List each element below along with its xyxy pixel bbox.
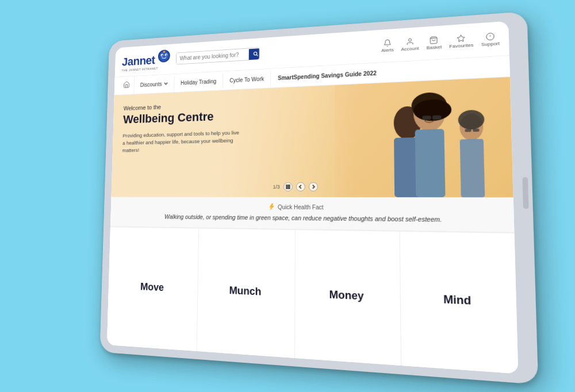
chevron-down-icon	[164, 82, 168, 86]
tablet-frame: Jannet THE JAN	[63, 18, 512, 374]
basket-nav-item[interactable]: Basket	[426, 35, 442, 50]
hero-pagination: 1/3	[273, 182, 317, 191]
svg-marker-12	[457, 34, 465, 41]
svg-rect-24	[432, 116, 442, 120]
svg-rect-23	[422, 116, 431, 120]
alerts-nav-item[interactable]: Alerts	[381, 39, 394, 53]
star-icon	[457, 34, 466, 43]
svg-rect-28	[465, 129, 471, 132]
svg-rect-22	[415, 129, 446, 197]
hero-people-image	[335, 77, 513, 197]
home-icon	[123, 81, 130, 89]
health-fact-text: Walking outside, or spending time in gre…	[160, 213, 448, 225]
tablet-power-button	[522, 177, 528, 209]
svg-point-8	[254, 52, 257, 55]
search-bar[interactable]	[176, 47, 260, 64]
svg-rect-31	[288, 185, 289, 189]
account-nav-item[interactable]: Account	[401, 37, 419, 52]
home-nav-item[interactable]	[119, 76, 135, 95]
svg-point-10	[408, 39, 411, 41]
munch-category-button[interactable]: Munch	[197, 228, 295, 358]
svg-text:⚡: ⚡	[269, 205, 273, 210]
bell-icon	[383, 39, 392, 47]
support-nav-item[interactable]: Support	[481, 32, 500, 47]
hero-banner: Welcome to the Wellbeing Centre Providin…	[111, 77, 513, 197]
pagination-label: 1/3	[273, 184, 279, 190]
favourites-nav-item[interactable]: Favourites	[449, 33, 473, 49]
search-input[interactable]	[177, 48, 249, 64]
smartspending-nav-item[interactable]: SmartSpending Savings Guide 2022	[271, 66, 384, 85]
tablet-device: Jannet THE JAN	[100, 11, 539, 385]
pause-icon	[285, 185, 290, 189]
hero-description: Providing education, support and tools t…	[122, 129, 241, 155]
svg-line-11	[431, 37, 437, 38]
logo-mascot-icon	[157, 48, 171, 64]
pagination-prev-arrow[interactable]	[296, 182, 305, 191]
search-icon	[254, 51, 259, 57]
header-icons: Alerts Account	[381, 32, 500, 53]
lightning-icon: ⚡	[267, 203, 275, 211]
pagination-prev-button[interactable]	[283, 182, 293, 191]
svg-rect-27	[460, 139, 485, 198]
category-buttons: Move Munch Money Mind	[107, 226, 518, 374]
money-category-button[interactable]: Money	[295, 229, 402, 366]
svg-rect-29	[473, 129, 480, 132]
basket-icon	[430, 36, 439, 44]
hero-content: Welcome to the Wellbeing Centre Providin…	[122, 101, 241, 155]
holiday-trading-nav-item[interactable]: Holiday Trading	[174, 74, 223, 90]
discounts-nav-item[interactable]: Discounts	[134, 76, 174, 92]
svg-line-9	[256, 55, 258, 56]
chevron-right-icon	[310, 185, 315, 189]
logo-text: Jannet THE JAN	[122, 48, 172, 72]
tablet-screen: Jannet THE JAN	[107, 21, 518, 374]
logo-area: Jannet THE JAN	[122, 48, 172, 72]
pagination-next-arrow[interactable]	[308, 182, 317, 191]
health-fact-header: ⚡ Quick Health Fact	[121, 202, 500, 213]
user-icon	[405, 37, 414, 46]
cycle-to-work-nav-item[interactable]: Cycle To Work	[223, 71, 271, 88]
hero-title: Wellbeing Centre	[123, 109, 241, 127]
svg-rect-30	[286, 185, 287, 189]
mind-category-button[interactable]: Mind	[400, 231, 518, 374]
chevron-left-icon	[298, 185, 302, 189]
health-fact-label: Quick Health Fact	[278, 204, 324, 210]
move-category-button[interactable]: Move	[107, 226, 199, 351]
info-icon	[485, 32, 494, 41]
search-button[interactable]	[249, 48, 260, 59]
